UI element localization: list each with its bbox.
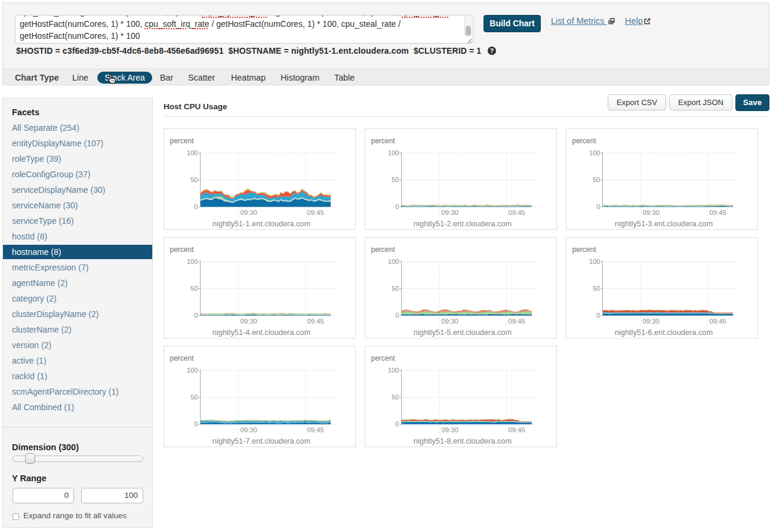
svg-text:100: 100 bbox=[187, 149, 198, 156]
svg-text:09:45: 09:45 bbox=[307, 426, 324, 433]
svg-text:09:30: 09:30 bbox=[442, 318, 458, 325]
svg-text:50: 50 bbox=[190, 176, 198, 183]
svg-text:09:30: 09:30 bbox=[442, 426, 458, 433]
svg-text:09:45: 09:45 bbox=[509, 209, 525, 216]
svg-text:100: 100 bbox=[187, 258, 198, 265]
svg-text:09:30: 09:30 bbox=[241, 318, 257, 325]
svg-text:0: 0 bbox=[194, 203, 198, 210]
svg-text:percent: percent bbox=[371, 137, 396, 145]
svg-text:0: 0 bbox=[395, 203, 399, 210]
svg-text:09:45: 09:45 bbox=[710, 209, 726, 216]
svg-text:percent: percent bbox=[371, 354, 396, 362]
svg-text:50: 50 bbox=[593, 285, 600, 292]
svg-text:percent: percent bbox=[572, 137, 597, 145]
svg-text:nightly51-8.ent.cloudera.com: nightly51-8.ent.cloudera.com bbox=[414, 436, 512, 445]
svg-text:nightly51-1.ent.cloudera.com: nightly51-1.ent.cloudera.com bbox=[213, 219, 310, 228]
svg-text:50: 50 bbox=[190, 285, 198, 292]
svg-text:0: 0 bbox=[194, 312, 198, 319]
svg-text:50: 50 bbox=[392, 393, 399, 401]
svg-text:09:45: 09:45 bbox=[710, 318, 726, 325]
svg-text:nightly51-6.ent.cloudera.com: nightly51-6.ent.cloudera.com bbox=[615, 328, 713, 337]
svg-text:50: 50 bbox=[392, 176, 399, 183]
svg-text:50: 50 bbox=[392, 285, 399, 292]
svg-text:100: 100 bbox=[388, 149, 399, 156]
svg-text:nightly51-4.ent.cloudera.com: nightly51-4.ent.cloudera.com bbox=[213, 328, 310, 337]
svg-text:nightly51-7.ent.cloudera.com: nightly51-7.ent.cloudera.com bbox=[213, 436, 310, 445]
svg-text:0: 0 bbox=[596, 203, 600, 210]
svg-text:0: 0 bbox=[395, 420, 399, 428]
svg-text:percent: percent bbox=[170, 137, 195, 145]
svg-text:09:30: 09:30 bbox=[643, 209, 660, 216]
svg-text:nightly51-5.ent.cloudera.com: nightly51-5.ent.cloudera.com bbox=[414, 328, 512, 337]
svg-text:09:30: 09:30 bbox=[241, 426, 257, 433]
svg-text:09:30: 09:30 bbox=[241, 209, 257, 216]
svg-text:50: 50 bbox=[190, 393, 198, 401]
svg-text:100: 100 bbox=[388, 258, 399, 265]
svg-text:nightly51-2.ent.cloudera.com: nightly51-2.ent.cloudera.com bbox=[414, 219, 512, 228]
svg-text:100: 100 bbox=[388, 367, 399, 374]
svg-text:50: 50 bbox=[593, 176, 600, 183]
svg-text:percent: percent bbox=[170, 245, 195, 254]
svg-text:100: 100 bbox=[589, 258, 600, 265]
svg-text:09:45: 09:45 bbox=[307, 318, 324, 325]
svg-text:percent: percent bbox=[170, 354, 195, 362]
svg-text:100: 100 bbox=[187, 367, 198, 374]
svg-text:09:45: 09:45 bbox=[307, 209, 324, 216]
svg-text:0: 0 bbox=[596, 312, 600, 319]
svg-text:100: 100 bbox=[589, 149, 600, 156]
svg-text:percent: percent bbox=[572, 245, 597, 254]
svg-text:nightly51-3.ent.cloudera.com: nightly51-3.ent.cloudera.com bbox=[615, 219, 713, 228]
svg-text:09:45: 09:45 bbox=[509, 318, 525, 325]
svg-text:09:45: 09:45 bbox=[509, 426, 525, 433]
svg-text:percent: percent bbox=[371, 245, 396, 254]
svg-text:0: 0 bbox=[395, 312, 399, 319]
svg-text:09:30: 09:30 bbox=[643, 318, 660, 325]
svg-text:0: 0 bbox=[194, 420, 198, 428]
svg-text:09:30: 09:30 bbox=[442, 209, 458, 216]
